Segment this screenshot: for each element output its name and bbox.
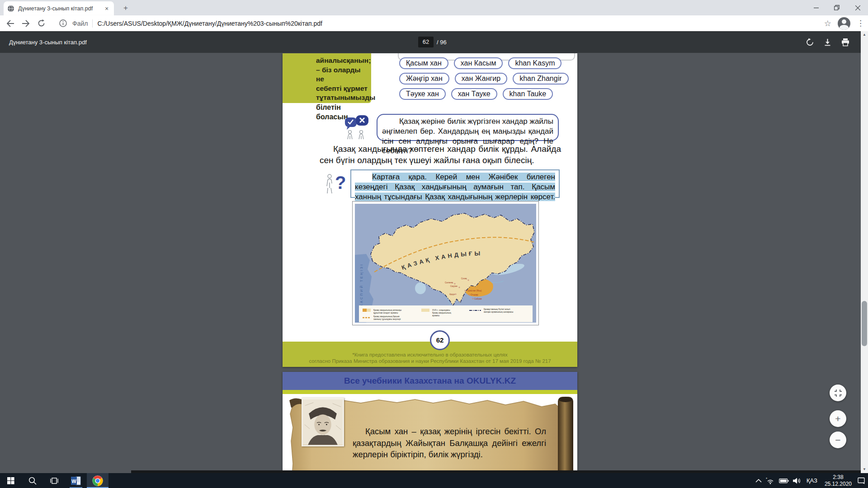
scroll-down-arrow[interactable]: ▼ — [861, 466, 868, 473]
scroll-up-arrow[interactable]: ▲ — [861, 31, 868, 38]
svg-text:Қазақстанның бүгінгі алып: Қазақстанның бүгінгі алып — [484, 308, 510, 310]
scrollbar-thumb[interactable] — [862, 301, 867, 346]
wifi-icon[interactable]: * — [766, 477, 775, 484]
rotate-icon[interactable] — [806, 38, 814, 47]
chip-zhangir-en: khan Zhangir — [513, 73, 568, 84]
action-center-icon[interactable] — [858, 477, 865, 484]
pdf-content-area: айналысқанын; – біз оларды не себепті құ… — [0, 53, 868, 473]
vertical-scrollbar[interactable]: ▲ ▼ — [861, 31, 868, 473]
language-indicator[interactable]: ҚАЗ — [805, 477, 819, 484]
chip-kasym-en: khan Kasym — [508, 57, 561, 69]
chrome-taskbar-button[interactable] — [87, 473, 108, 488]
sidebar-line: – біз оларды не — [316, 66, 368, 84]
restore-button[interactable] — [826, 0, 847, 15]
question-mark-glyph: ? — [335, 173, 346, 192]
close-window-button[interactable] — [847, 0, 868, 15]
site-info-button[interactable] — [55, 17, 71, 30]
svg-text:Сығанақ: Сығанақ — [445, 282, 453, 284]
copyright-line: *Книга предоставлена исключительно в обр… — [283, 352, 577, 358]
chip-tauke-kk: Тәуке хан — [399, 88, 446, 100]
fit-page-icon — [834, 389, 842, 397]
url-field[interactable]: C:/Users/ASUS/Desktop/ҚМЖ/Дүниетану/Дүни… — [97, 20, 322, 27]
svg-text:Қазақ хандығының алғашқы: Қазақ хандығының алғашқы — [373, 309, 402, 311]
url-divider — [92, 19, 93, 28]
svg-text:Сайрам: Сайрам — [474, 297, 482, 300]
svg-text:Отырар: Отырар — [471, 294, 478, 296]
volume-icon[interactable] — [793, 478, 801, 484]
discussion-icon — [344, 114, 371, 141]
forward-icon — [22, 20, 30, 27]
taskbar-clock[interactable]: 2:38 25.12.2020 — [823, 474, 854, 487]
tab-title: Дүниетану 3-сынып кітап.pdf — [18, 5, 99, 12]
svg-text:Созақ: Созақ — [461, 277, 467, 280]
tab-close-button[interactable]: × — [103, 5, 110, 12]
word-icon: W — [71, 475, 81, 486]
svg-text:XVII ғ. соңындағы: XVII ғ. соңындағы — [432, 309, 450, 311]
green-strip — [283, 390, 577, 394]
zoom-in-button[interactable]: + — [830, 410, 846, 427]
svg-text:Қазақ хандығының Қасым: Қазақ хандығының Қасым — [373, 315, 400, 318]
browser-menu-icon[interactable]: ⋮ — [857, 19, 864, 28]
sidebar-line: себепті құрмет — [316, 84, 368, 94]
print-icon[interactable] — [841, 38, 850, 47]
zoom-out-button[interactable]: − — [830, 432, 846, 448]
pdf-globe-favicon — [7, 5, 14, 12]
hidden-icons-chevron[interactable] — [755, 479, 762, 483]
svg-text:құрылған кездегі аумағы: құрылған кездегі аумағы — [373, 312, 398, 314]
map-legend: Қазақ хандығының алғашқы құрылған кездег… — [359, 305, 533, 322]
chip-tauke-en: khan Tauke — [503, 88, 553, 100]
forward-button[interactable] — [18, 17, 33, 30]
battery-icon[interactable] — [779, 478, 789, 484]
close-icon — [855, 5, 860, 10]
page-sheet-62: айналысқанын; – біз оларды не себепті құ… — [283, 53, 577, 367]
start-button[interactable] — [0, 473, 22, 488]
address-bar: Файл C:/Users/ASUS/Desktop/ҚМЖ/Дүниетану… — [0, 15, 868, 31]
map-svg: ҚАЗАҚ ХАНДЫҒЫ КАСПИЙ ТЕҢІЗІ Созақ Сығана… — [353, 202, 538, 325]
svg-text:Сауран: Сауран — [450, 285, 458, 287]
okulyk-banner: Все учебники Казахстана на OKULYK.KZ — [283, 372, 577, 390]
minimize-button[interactable] — [806, 0, 826, 15]
search-button[interactable] — [22, 473, 43, 488]
windows-logo-icon — [7, 477, 14, 484]
reload-icon — [38, 19, 45, 27]
chip-zhangir-ru: хан Жангир — [455, 73, 507, 84]
svg-text:жатқан аумағының шекарасы: жатқан аумағының шекарасы — [484, 311, 514, 313]
chip-tauke-ru: хан Тауке — [451, 88, 497, 100]
fit-to-page-button[interactable] — [830, 385, 846, 401]
kasym-khan-portrait — [302, 398, 344, 446]
file-scheme-label: Файл — [72, 20, 88, 27]
windows-taskbar: W * — [0, 473, 868, 488]
sidebar-line: тұтатынымызды — [316, 93, 368, 103]
clock-time: 2:38 — [825, 474, 852, 480]
discussion-task-box: Қазақ жеріне билік жүргізген хандар жайл… — [377, 114, 559, 141]
page-number-badge: 62 — [430, 330, 450, 350]
pdf-document-title: Дүниетану 3-сынып кітап.pdf — [9, 39, 87, 46]
back-icon — [6, 20, 14, 27]
task-view-icon — [50, 477, 58, 484]
caspian-sea-label: КАСПИЙ ТЕҢІЗІ — [359, 263, 363, 306]
new-tab-button[interactable]: + — [120, 3, 131, 14]
copyright-line: согласно Приказа Министра образования и … — [283, 358, 577, 364]
page-number-input[interactable]: 62 — [418, 37, 434, 47]
svg-text:Түркістан (Ясы): Түркістан (Ясы) — [467, 290, 482, 292]
pdf-toolbar: Дүниетану 3-сынып кітап.pdf 62 / 96 — [0, 31, 861, 53]
browser-tab[interactable]: Дүниетану 3-сынып кітап.pdf × — [4, 1, 114, 15]
back-button[interactable] — [3, 17, 18, 30]
bookmark-star-icon[interactable]: ☆ — [824, 19, 831, 28]
page-count-label: / 96 — [437, 39, 447, 46]
restore-icon — [834, 5, 840, 10]
task-view-button[interactable] — [43, 473, 65, 488]
chip-kasym-kk: Қасым хан — [399, 57, 448, 69]
profile-avatar[interactable] — [838, 17, 850, 30]
svg-text:Қазақ хандығының: Қазақ хандығының — [432, 312, 451, 314]
chrome-icon — [92, 475, 103, 486]
khan-name-chips: Қасым хан хан Касым khan Kasym Жәңгір ха… — [399, 57, 576, 103]
info-icon — [59, 19, 67, 27]
svg-text:*: * — [766, 477, 767, 481]
lesson-goal-sidebar: айналысқанын; – біз оларды не себепті құ… — [283, 53, 371, 103]
intro-paragraph: Қазақ хандығында көптеген хандар билік қ… — [320, 144, 561, 166]
download-icon[interactable] — [823, 38, 832, 47]
reload-button[interactable] — [33, 17, 49, 30]
chip-kasym-ru: хан Касым — [454, 57, 503, 69]
word-taskbar-button[interactable]: W — [65, 473, 87, 488]
